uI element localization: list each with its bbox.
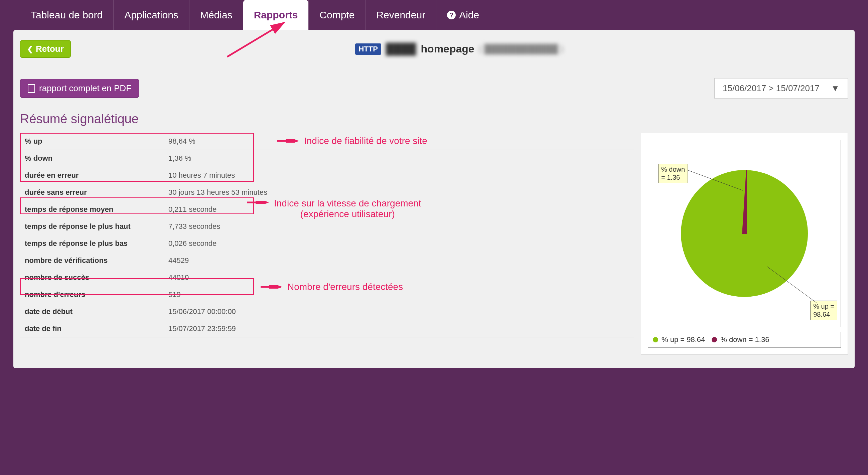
- stat-label: temps de réponse le plus haut: [20, 218, 164, 235]
- title-name: homepage: [421, 43, 474, 55]
- pdf-label: rapport complet en PDF: [39, 83, 131, 94]
- back-button[interactable]: ❮ Retour: [20, 40, 71, 58]
- stat-value: 44010: [164, 269, 634, 286]
- tab-aide[interactable]: ? Aide: [436, 0, 490, 30]
- pie-legend: % up = 98.64 % down = 1.36: [648, 332, 841, 348]
- uptime-pie-chart: % down % down = 1.36 = 1.36 % up = 98.64…: [641, 133, 848, 355]
- stat-value: 7,733 secondes: [164, 218, 634, 235]
- page-header: ❮ Retour HTTP ████ homepage ( ██████████…: [20, 40, 848, 68]
- stats-table: % up98,64 %% down1,36 %durée en erreur10…: [20, 133, 634, 337]
- legend-dot-down: [712, 337, 717, 342]
- legend-up-text: % up = 98.64: [661, 336, 705, 344]
- tab-aide-label: Aide: [459, 9, 479, 21]
- table-row: durée sans erreur30 jours 13 heures 53 m…: [20, 184, 634, 201]
- svg-line-5: [767, 266, 817, 303]
- pdf-export-button[interactable]: rapport complet en PDF: [20, 79, 139, 98]
- pie-leader-up: [767, 266, 820, 307]
- stat-label: nombre d'erreurs: [20, 286, 164, 303]
- stat-value: 519: [164, 286, 634, 303]
- stats-table-area: % up98,64 %% down1,36 %durée en erreur10…: [20, 133, 634, 355]
- table-row: temps de réponse le plus haut7,733 secon…: [20, 218, 634, 235]
- toolbar: rapport complet en PDF 15/06/2017 > 15/0…: [20, 78, 848, 99]
- table-row: % up98,64 %: [20, 133, 634, 150]
- stat-value: 98,64 %: [164, 133, 634, 150]
- pie-leader-down: [688, 170, 745, 194]
- tab-dashboard[interactable]: Tableau de bord: [20, 0, 113, 30]
- section-title-resume: Résumé signalétique: [20, 112, 848, 126]
- date-range-select[interactable]: 15/06/2017 > 15/07/2017 ▼: [714, 78, 848, 99]
- stat-label: % up: [20, 133, 164, 150]
- chevron-down-icon: ▼: [831, 83, 840, 94]
- tab-revendeur[interactable]: Revendeur: [365, 0, 436, 30]
- stat-label: nombre de succès: [20, 269, 164, 286]
- http-badge: HTTP: [355, 43, 381, 55]
- stat-value: 30 jours 13 heures 53 minutes: [164, 184, 634, 201]
- pie-wrap: % down % down = 1.36 = 1.36 % up = 98.64: [648, 140, 841, 327]
- main-split: % up98,64 %% down1,36 %durée en erreur10…: [20, 133, 848, 355]
- stat-label: nombre de vérifications: [20, 252, 164, 269]
- top-nav: Tableau de bord Applications Médias Rapp…: [0, 0, 868, 30]
- help-icon: ?: [447, 11, 456, 20]
- stat-value: 0,211 seconde: [164, 201, 634, 218]
- stat-value: 0,026 seconde: [164, 235, 634, 252]
- back-label: Retour: [36, 44, 64, 54]
- table-row: nombre d'erreurs519: [20, 286, 634, 303]
- stat-label: durée en erreur: [20, 167, 164, 184]
- table-row: temps de réponse moyen0,211 seconde: [20, 201, 634, 218]
- legend-down-text: % down = 1.36: [720, 336, 769, 344]
- table-row: nombre de vérifications44529: [20, 252, 634, 269]
- page-title: HTTP ████ homepage ( ████████████ ): [71, 43, 848, 55]
- date-range-value: 15/06/2017 > 15/07/2017: [723, 83, 819, 94]
- legend-dot-up: [653, 337, 658, 342]
- pdf-icon: [28, 84, 35, 93]
- tab-medias[interactable]: Médias: [189, 0, 243, 30]
- stat-label: date de début: [20, 303, 164, 320]
- table-row: % down1,36 %: [20, 150, 634, 167]
- stat-label: date de fin: [20, 320, 164, 337]
- tab-rapports[interactable]: Rapports: [243, 0, 309, 30]
- tab-compte[interactable]: Compte: [308, 0, 365, 30]
- stat-value: 44529: [164, 252, 634, 269]
- svg-line-4: [688, 170, 743, 190]
- title-redacted: ████: [386, 43, 416, 55]
- stat-value: 10 heures 7 minutes: [164, 167, 634, 184]
- stat-label: temps de réponse le plus bas: [20, 235, 164, 252]
- pie-label-down: % down % down = 1.36 = 1.36: [658, 164, 688, 183]
- table-row: date de fin15/07/2017 23:59:59: [20, 320, 634, 337]
- stat-label: % down: [20, 150, 164, 167]
- chevron-left-icon: ❮: [27, 45, 33, 54]
- content-panel: ❮ Retour HTTP ████ homepage ( ██████████…: [13, 30, 855, 368]
- stat-label: durée sans erreur: [20, 184, 164, 201]
- tab-applications[interactable]: Applications: [113, 0, 189, 30]
- table-row: temps de réponse le plus bas0,026 second…: [20, 235, 634, 252]
- stat-value: 1,36 %: [164, 150, 634, 167]
- stat-value: 15/07/2017 23:59:59: [164, 320, 634, 337]
- stat-label: temps de réponse moyen: [20, 201, 164, 218]
- table-row: date de début15/06/2017 00:00:00: [20, 303, 634, 320]
- table-row: durée en erreur10 heures 7 minutes: [20, 167, 634, 184]
- title-url-redacted: ( ████████████ ): [479, 44, 564, 54]
- table-row: nombre de succès44010: [20, 269, 634, 286]
- stat-value: 15/06/2017 00:00:00: [164, 303, 634, 320]
